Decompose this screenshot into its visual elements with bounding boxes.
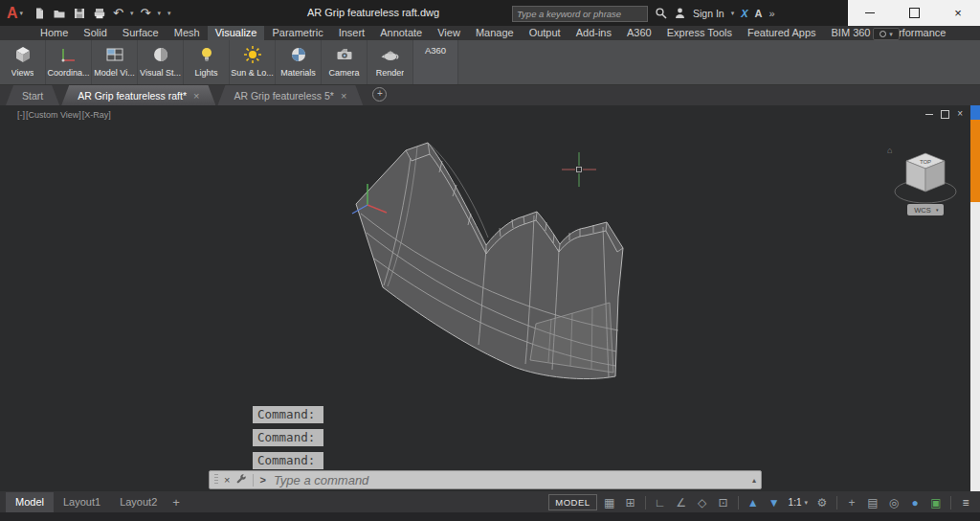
ribbon-tab-parametric[interactable]: Parametric — [264, 26, 330, 40]
app-manager-icon[interactable]: A — [755, 8, 763, 19]
panel-coordinates-button[interactable]: Coordina... — [46, 40, 92, 84]
workspace-gear-icon[interactable]: ⚙ — [813, 494, 831, 511]
exchange-apps-icon[interactable]: X — [741, 8, 747, 19]
panel-camera-button[interactable]: Camera — [322, 40, 368, 84]
ribbon-tab-annotate[interactable]: Annotate — [372, 26, 430, 40]
open-file-icon[interactable] — [53, 7, 66, 20]
viewcube-top-face-label[interactable]: TOP — [920, 159, 931, 165]
viewport-minimize-icon[interactable] — [925, 114, 933, 115]
ribbon-tab-featured-apps[interactable]: Featured Apps — [740, 26, 824, 40]
viewcube[interactable]: ⌂ TOP WCS ▾ — [887, 146, 956, 215]
3d-model[interactable] — [356, 143, 623, 379]
viewport-close-icon[interactable]: × — [957, 109, 963, 119]
viewport-scrollbar[interactable] — [970, 105, 980, 491]
object-snap-icon[interactable]: ⊡ — [715, 494, 732, 511]
grid-icon[interactable]: ▦ — [601, 494, 618, 511]
layout2-tab[interactable]: Layout2 — [110, 492, 167, 512]
ribbon-tab-insert[interactable]: Insert — [331, 26, 373, 40]
annotation-monitor-icon[interactable]: + — [843, 494, 860, 511]
ribbon-tab-surface[interactable]: Surface — [115, 26, 167, 40]
command-input[interactable] — [272, 472, 746, 488]
scrollbar-thumb[interactable] — [970, 120, 980, 202]
undo-icon[interactable]: ↶ — [113, 7, 123, 19]
annotation-autoscale-icon[interactable]: ▼ — [766, 494, 783, 511]
panel-lights-button[interactable]: Lights — [184, 40, 230, 84]
minimize-icon — [865, 12, 875, 13]
customization-icon[interactable]: ≡ — [957, 494, 974, 511]
panel-sun-location-button[interactable]: Sun & Lo... — [230, 40, 276, 84]
new-file-icon[interactable] — [33, 7, 46, 20]
ribbon-panel-a360[interactable]: A360 — [413, 40, 458, 84]
sign-in-dropdown-icon[interactable] — [731, 10, 735, 16]
redo-dropdown-icon[interactable] — [157, 10, 161, 16]
viewport-canvas[interactable]: ⌂ TOP WCS ▾ — [0, 105, 970, 491]
polar-tracking-icon[interactable]: ∠ — [673, 494, 690, 511]
ribbon-tab-add-ins[interactable]: Add-ins — [568, 26, 619, 40]
model-tab[interactable]: Model — [6, 492, 54, 512]
annotation-visibility-icon[interactable]: ▲ — [745, 494, 762, 511]
search-box — [512, 4, 648, 22]
panel-model-viewports-button[interactable]: Model Vi... — [92, 40, 138, 84]
viewport-view-control[interactable]: [Custom View] — [26, 110, 81, 120]
quick-properties-icon[interactable]: ▤ — [864, 494, 881, 511]
annotation-scale-button[interactable]: 1:1 — [787, 497, 810, 508]
search-icon[interactable] — [655, 7, 667, 19]
command-line-close-icon[interactable]: × — [224, 475, 230, 486]
application-menu-button[interactable]: A — [4, 6, 26, 21]
chevron-down-icon — [20, 10, 24, 16]
viewport-restore-icon[interactable] — [941, 110, 949, 119]
ribbon-tab-visualize[interactable]: Visualize — [208, 26, 265, 40]
qat-customize-icon[interactable] — [167, 10, 171, 16]
viewcube-home-icon[interactable]: ⌂ — [887, 146, 892, 155]
scrollbar-button[interactable] — [970, 105, 980, 120]
ribbon-tab-express-tools[interactable]: Express Tools — [659, 26, 740, 40]
minimize-button[interactable] — [848, 0, 892, 26]
close-icon[interactable]: × — [341, 90, 346, 102]
command-line-customize-icon[interactable] — [235, 471, 247, 488]
panel-visual-styles-button[interactable]: Visual St... — [138, 40, 184, 84]
ribbon-tab-bim-360[interactable]: BIM 360 — [824, 26, 879, 40]
save-icon[interactable] — [73, 7, 86, 20]
panel-materials-button[interactable]: Materials — [276, 40, 322, 84]
viewport-menu-control[interactable]: [-] — [17, 110, 25, 120]
sign-in-button[interactable]: Sign In — [693, 8, 724, 19]
maximize-button[interactable] — [892, 0, 936, 26]
new-drawing-button[interactable]: + — [372, 87, 387, 102]
snap-icon[interactable]: ⊞ — [622, 494, 639, 511]
file-tab-other-drawing[interactable]: AR Grip featureless 5* × — [217, 85, 363, 105]
plot-icon[interactable] — [93, 7, 106, 20]
ribbon-tab-view[interactable]: View — [430, 26, 468, 40]
panel-views-button[interactable]: Views — [0, 40, 46, 84]
ribbon-display-toggle[interactable] — [873, 28, 900, 40]
ribbon-tab-output[interactable]: Output — [522, 26, 568, 40]
ribbon-tab-a360[interactable]: A360 — [619, 26, 659, 40]
redo-icon[interactable]: ↷ — [141, 7, 151, 19]
undo-dropdown-icon[interactable] — [130, 10, 134, 16]
command-line-drag-handle[interactable] — [214, 474, 218, 486]
isodraft-icon[interactable]: ◇ — [694, 494, 711, 511]
close-button[interactable]: × — [936, 0, 980, 26]
command-line[interactable]: × > ▴ — [209, 470, 762, 489]
ribbon-tab-home[interactable]: Home — [33, 26, 76, 40]
panel-render-button[interactable]: Render — [368, 40, 413, 84]
ribbon-tab-mesh[interactable]: Mesh — [167, 26, 208, 40]
close-icon[interactable]: × — [193, 90, 199, 102]
ribbon-tab-manage[interactable]: Manage — [468, 26, 522, 40]
model-space-button[interactable]: MODEL — [548, 494, 596, 510]
search-input[interactable] — [512, 6, 648, 22]
wcs-selector[interactable]: WCS ▾ — [907, 204, 944, 215]
isolate-objects-icon[interactable]: ◎ — [885, 494, 902, 511]
command-history-expand-icon[interactable]: ▴ — [752, 476, 756, 485]
toolbar-overflow-icon[interactable]: » — [769, 8, 775, 19]
new-layout-button[interactable]: + — [167, 492, 186, 512]
clean-screen-icon[interactable]: ▣ — [927, 494, 945, 511]
layout1-tab[interactable]: Layout1 — [54, 492, 110, 512]
drawing-area[interactable]: [-] [Custom View] [X-Ray] × — [0, 105, 970, 491]
viewport-visual-style-control[interactable]: [X-Ray] — [82, 110, 111, 120]
file-tab-label: Start — [22, 90, 43, 102]
file-tab-start[interactable]: Start — [6, 85, 59, 105]
file-tab-current-drawing[interactable]: AR Grip featureless raft* × — [61, 85, 215, 105]
ortho-icon[interactable]: ∟ — [652, 494, 669, 511]
graphics-performance-icon[interactable]: ● — [906, 494, 924, 511]
ribbon-tab-solid[interactable]: Solid — [76, 26, 114, 40]
